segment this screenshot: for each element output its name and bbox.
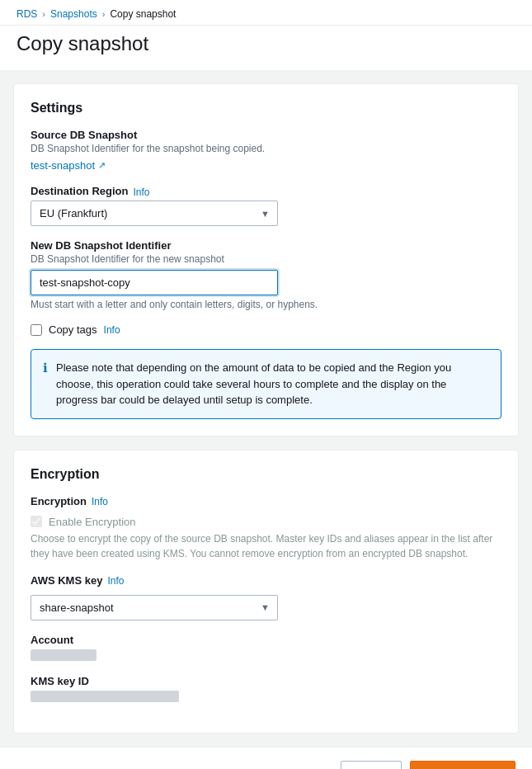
new-snapshot-id-group: New DB Snapshot Identifier DB Snapshot I… (31, 239, 501, 310)
kms-key-id-group: KMS key ID (31, 675, 501, 703)
settings-section-title: Settings (31, 101, 501, 116)
copy-tags-checkbox[interactable] (31, 324, 42, 336)
page-title-area: Copy snapshot (0, 26, 532, 70)
main-content: Settings Source DB Snapshot DB Snapshot … (0, 70, 532, 747)
account-value (31, 649, 97, 661)
footer: Cancel Copy snapshot (0, 747, 532, 770)
destination-region-group: Destination Region Info EU (Frankfurt) U… (31, 185, 501, 226)
info-alert-text: Please note that depending on the amount… (56, 360, 489, 408)
new-snapshot-id-hint: Must start with a letter and only contai… (31, 299, 501, 310)
account-group: Account (31, 634, 501, 662)
cancel-button[interactable]: Cancel (341, 761, 402, 770)
kms-key-id-label: KMS key ID (31, 675, 501, 687)
aws-kms-key-info[interactable]: Info (107, 575, 124, 587)
new-snapshot-id-input[interactable]: test-snapshot-copy (31, 270, 278, 295)
breadcrumb-sep-1: › (42, 9, 45, 19)
aws-kms-key-label: AWS KMS key (31, 574, 102, 587)
source-db-snapshot-group: Source DB Snapshot DB Snapshot Identifie… (31, 129, 501, 172)
encryption-group: Encryption Info Enable Encryption Choose… (31, 495, 501, 561)
settings-section: Settings Source DB Snapshot DB Snapshot … (13, 83, 519, 436)
page-title: Copy snapshot (16, 32, 516, 55)
aws-kms-key-group: AWS KMS key Info share-snapshot (default… (31, 574, 501, 620)
encryption-desc: Choose to encrypt the copy of the source… (31, 531, 501, 561)
destination-region-select-wrapper: EU (Frankfurt) US East (N. Virginia) US … (31, 201, 278, 226)
enable-encryption-checkbox (31, 516, 42, 527)
encryption-info[interactable]: Info (92, 496, 108, 507)
copy-tags-info[interactable]: Info (104, 324, 120, 336)
kms-key-id-value (31, 691, 179, 702)
source-db-snapshot-value: test-snapshot (31, 159, 95, 172)
breadcrumb-sep-2: › (102, 9, 106, 19)
breadcrumb-rds[interactable]: RDS (16, 8, 37, 20)
encryption-field-label: Encryption (31, 495, 87, 507)
destination-region-info[interactable]: Info (133, 186, 149, 198)
source-db-snapshot-desc: DB Snapshot Identifier for the snapshot … (31, 143, 501, 154)
aws-kms-key-select[interactable]: share-snapshot (default) aws/rds custom-… (31, 595, 278, 620)
info-alert: ℹ Please note that depending on the amou… (31, 349, 501, 419)
breadcrumb-current: Copy snapshot (110, 8, 176, 20)
encryption-section: Encryption Encryption Info Enable Encryp… (13, 450, 519, 734)
copy-tags-label[interactable]: Copy tags (49, 323, 97, 336)
external-link-icon: ↗ (98, 160, 106, 171)
destination-region-select[interactable]: EU (Frankfurt) US East (N. Virginia) US … (31, 201, 278, 226)
info-alert-icon: ℹ (43, 361, 48, 408)
aws-kms-key-select-wrapper: share-snapshot (default) aws/rds custom-… (31, 595, 278, 620)
account-label: Account (31, 634, 501, 646)
new-snapshot-id-desc: DB Snapshot Identifier for the new snaps… (31, 253, 501, 265)
encryption-section-title: Encryption (31, 467, 501, 482)
breadcrumb-snapshots[interactable]: Snapshots (50, 8, 97, 20)
source-db-snapshot-link[interactable]: test-snapshot ↗ (31, 159, 106, 172)
copy-snapshot-button[interactable]: Copy snapshot (410, 761, 516, 770)
copy-tags-row: Copy tags Info (31, 323, 501, 336)
breadcrumb: RDS › Snapshots › Copy snapshot (0, 0, 532, 26)
source-db-snapshot-label: Source DB Snapshot (31, 129, 501, 141)
destination-region-label: Destination Region (31, 185, 128, 197)
enable-encryption-label: Enable Encryption (49, 516, 136, 528)
new-snapshot-id-label: New DB Snapshot Identifier (31, 239, 501, 252)
